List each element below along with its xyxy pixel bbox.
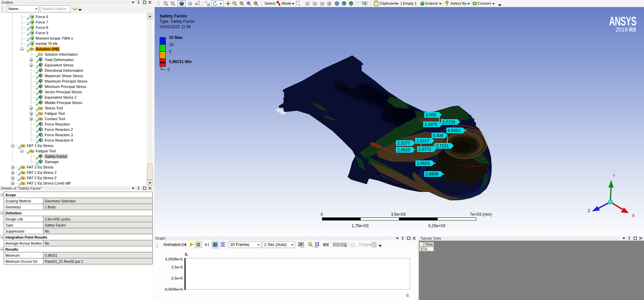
svg-text:Σ: Σ: [23, 182, 24, 185]
svg-text:Y: Y: [612, 173, 615, 178]
svg-text:1,6771: 1,6771: [418, 147, 431, 152]
svg-text:Σ: Σ: [23, 171, 24, 174]
svg-text:Z: Z: [588, 208, 590, 213]
svg-text:100: 100: [363, 2, 367, 4]
svg-text:2,6629: 2,6629: [397, 148, 410, 152]
svg-text:2,7231: 2,7231: [436, 144, 449, 148]
svg-text:2,5675: 2,5675: [425, 122, 437, 127]
svg-text:2,6606: 2,6606: [426, 172, 438, 177]
svg-text:2,0158: 2,0158: [442, 120, 455, 124]
svg-text:Σ: Σ: [23, 166, 24, 169]
svg-text:2,009: 2,009: [426, 113, 436, 117]
svg-text:2,5277: 2,5277: [397, 141, 410, 146]
svg-text:5,434: 5,434: [433, 133, 443, 138]
svg-text:X: X: [632, 213, 635, 218]
svg-text:2,5217: 2,5217: [416, 139, 429, 143]
svg-text:2,5624: 2,5624: [417, 161, 430, 166]
svg-text:Σ: Σ: [23, 145, 24, 148]
svg-text:4,9362: 4,9362: [448, 128, 460, 133]
svg-text:Σ: Σ: [23, 177, 24, 180]
